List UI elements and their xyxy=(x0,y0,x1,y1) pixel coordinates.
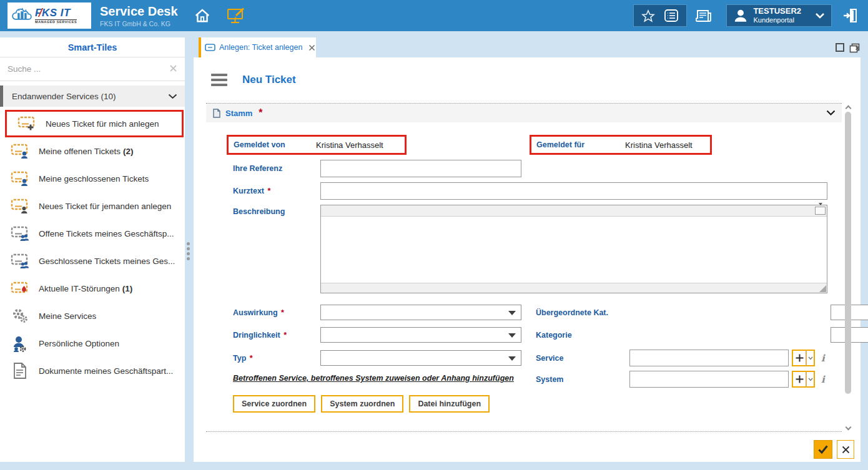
vertical-scrollbar[interactable] xyxy=(844,103,852,432)
favorites-icon[interactable] xyxy=(641,9,655,22)
user-name: TESTUSER2 xyxy=(753,7,801,16)
sidebar-item-label: Meine Services xyxy=(39,311,99,321)
section-stamm-header[interactable]: Stamm * xyxy=(206,104,842,122)
system-label: System xyxy=(536,375,629,384)
auswirkung-select[interactable] xyxy=(320,305,521,320)
required-mark: * xyxy=(259,107,262,119)
tab-anlegen-ticket[interactable]: Anlegen: Ticket anlegen xyxy=(199,37,316,57)
design-monitor-icon[interactable] xyxy=(227,7,245,24)
sidebar-item-dokumente-geschaeftspartner[interactable]: Dokumente meines Geschäftspart... xyxy=(0,357,185,384)
sidebar-group-endanwender-services[interactable]: Endanwender Services (10) xyxy=(0,86,185,107)
ticket-add-icon xyxy=(17,115,37,132)
home-icon[interactable] xyxy=(194,8,210,23)
logout-icon[interactable] xyxy=(842,7,859,24)
ihre-referenz-input[interactable] xyxy=(320,160,521,177)
sidebar-item-neues-ticket-fuer-jemanden[interactable]: Neues Ticket für jemanden anlegen xyxy=(0,192,185,220)
tab-close-icon[interactable] xyxy=(308,44,315,51)
service-add-button[interactable] xyxy=(792,350,807,366)
system-dropdown-button[interactable] xyxy=(806,371,815,388)
content-panel: Neu Ticket Stamm * xyxy=(194,57,861,462)
editor-dropdown-icon[interactable] xyxy=(815,207,826,215)
system-add-button[interactable] xyxy=(792,371,807,388)
ticket-people-icon xyxy=(10,225,30,242)
sidebar-item-aktuelle-it-stoerungen[interactable]: Aktuelle IT-Störungen(1) xyxy=(0,275,185,302)
ticket-icon xyxy=(205,44,215,51)
company-logo[interactable]: FKS IT MANAGED SERVICES xyxy=(7,2,91,29)
service-dropdown-button[interactable] xyxy=(806,350,815,366)
search-clear-icon[interactable] xyxy=(169,64,177,74)
service-input[interactable] xyxy=(629,350,789,366)
typ-select[interactable] xyxy=(320,350,521,366)
brand-name: FKS IT xyxy=(35,7,77,18)
service-info-icon[interactable]: i xyxy=(821,353,825,364)
user-role: Kundenportal xyxy=(753,16,801,24)
sidebar-item-label: Neues Ticket für mich anlegen xyxy=(46,119,162,129)
editor-statusbar xyxy=(321,283,827,293)
chevron-down-icon xyxy=(168,94,177,99)
ticket-form: Stamm * Gemeldet von Kristina Verhasselt… xyxy=(206,103,842,432)
scroll-up-icon[interactable] xyxy=(844,103,852,110)
sidebar-item-neues-ticket-fuer-mich[interactable]: Neues Ticket für mich anlegen xyxy=(5,110,184,137)
sidebar-item-label: Persönliche Optionen xyxy=(39,339,122,348)
section-collapse-icon[interactable] xyxy=(826,110,836,116)
beschreibung-textarea[interactable] xyxy=(321,217,827,283)
gemeldet-von-value: Kristina Verhasselt xyxy=(316,140,383,150)
news-icon[interactable] xyxy=(696,9,713,23)
confirm-button[interactable] xyxy=(814,440,832,459)
sidebar-item-persoenliche-optionen[interactable]: Persönliche Optionen xyxy=(0,330,185,357)
menu-list-icon[interactable] xyxy=(664,9,679,22)
user-icon xyxy=(733,9,748,22)
sidebar-item-geschlossene-tickets-geschaeftspartner[interactable]: Geschlossene Tickets meines Ges... xyxy=(0,247,185,275)
resize-handle[interactable] xyxy=(819,285,826,292)
sidebar-item-label: Aktuelle IT-Störungen(1) xyxy=(39,284,132,293)
sidebar-item-label: Meine offenen Tickets(2) xyxy=(39,147,134,156)
ticket-people-icon xyxy=(10,253,30,269)
system-input[interactable] xyxy=(629,371,789,388)
ticket-person-icon xyxy=(10,170,30,187)
annotation-box-gemeldet-fuer: Gemeldet für Kristina Verhasselt xyxy=(530,135,712,155)
check-icon xyxy=(817,444,829,454)
dringlichkeit-label: Dringlichkeit * xyxy=(233,331,320,340)
app-subtitle: FKS IT GmbH & Co. KG xyxy=(100,20,178,27)
sidebar-item-label: Offene Tickets meines Geschäftsp... xyxy=(39,229,177,238)
app-window: FKS IT MANAGED SERVICES Service Desk FKS… xyxy=(0,0,868,470)
typ-label: Typ * xyxy=(233,354,320,363)
cancel-button[interactable] xyxy=(837,440,854,459)
section-title: Stamm xyxy=(225,109,252,118)
cloud-castle-logo-icon xyxy=(11,6,32,25)
sidebar-splitter-handle[interactable] xyxy=(187,242,190,260)
gemeldet-von-label: Gemeldet von xyxy=(229,140,316,149)
scrollbar-thumb[interactable] xyxy=(845,112,851,394)
sidebar-group-label: Endanwender Services (10) xyxy=(12,92,168,101)
user-menu[interactable]: TESTUSER2 Kundenportal xyxy=(726,4,832,27)
scroll-down-icon[interactable] xyxy=(844,424,852,432)
section-icon xyxy=(212,109,220,118)
auswirkung-label: Auswirkung * xyxy=(233,308,320,317)
form-menu-icon[interactable] xyxy=(211,74,227,86)
gemeldet-fuer-value: Kristina Verhasselt xyxy=(625,140,693,150)
system-zuordnen-button[interactable]: System zuordnen xyxy=(321,395,403,413)
sidebar-item-meine-geschlossenen-tickets[interactable]: Meine geschlossenen Tickets xyxy=(0,165,185,192)
datei-hinzufuegen-button[interactable]: Datei hinzufügen xyxy=(409,395,490,413)
service-label: Service xyxy=(536,354,629,363)
brand-tagline: MANAGED SERVICES xyxy=(35,19,77,24)
chevron-down-icon xyxy=(815,12,825,19)
maximize-icon[interactable] xyxy=(836,43,844,52)
service-zuordnen-button[interactable]: Service zuordnen xyxy=(233,395,315,413)
search-input[interactable] xyxy=(7,64,169,74)
main-area: Anlegen: Ticket anlegen Neu Ticket xyxy=(194,37,861,462)
person-gear-icon xyxy=(10,335,30,352)
sidebar-item-meine-services[interactable]: Meine Services xyxy=(0,302,185,330)
sidebar-item-offene-tickets-geschaeftspartner[interactable]: Offene Tickets meines Geschäftsp... xyxy=(0,220,185,247)
system-info-icon[interactable]: i xyxy=(821,374,825,385)
ihre-referenz-label: Ihre Referenz xyxy=(233,164,320,173)
kurztext-input[interactable] xyxy=(320,182,827,200)
dringlichkeit-select[interactable] xyxy=(320,327,521,343)
gemeldet-fuer-label: Gemeldet für xyxy=(531,140,625,149)
sidebar-item-label: Neues Ticket für jemanden anlegen xyxy=(39,202,174,211)
sidebar-item-meine-offenen-tickets[interactable]: Meine offenen Tickets(2) xyxy=(0,137,185,165)
close-all-tabs-icon[interactable] xyxy=(849,43,861,56)
beschreibung-editor[interactable] xyxy=(320,205,827,293)
ticket-alert-icon xyxy=(10,280,30,296)
annotation-box-gemeldet-von: Gemeldet von Kristina Verhasselt xyxy=(227,135,407,155)
